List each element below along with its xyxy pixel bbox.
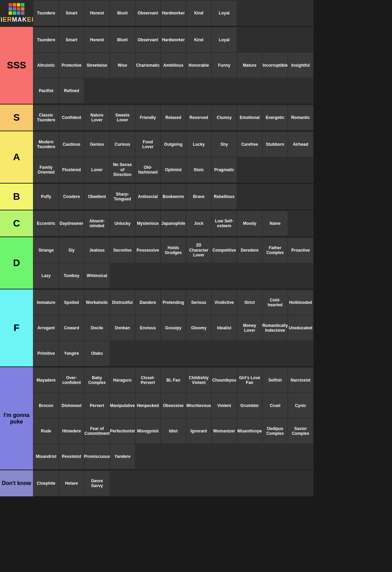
trait-cell[interactable]: Family Oriented (34, 157, 58, 182)
trait-cell[interactable]: Cruel (263, 393, 287, 418)
trait-cell[interactable]: Haraguro (110, 368, 135, 393)
trait-cell[interactable]: Stoic (186, 157, 211, 182)
trait-cell[interactable]: Puffy (34, 184, 58, 209)
trait-cell[interactable]: Energetic (263, 105, 287, 130)
trait-cell[interactable]: Idiot (161, 419, 186, 443)
trait-cell[interactable]: Ambitious (161, 53, 186, 78)
trait-cell[interactable]: Loner (85, 157, 109, 182)
trait-cell[interactable]: Obedient (85, 184, 109, 209)
trait-cell[interactable]: Coodere (59, 184, 84, 209)
trait-cell[interactable]: Smart (59, 28, 84, 52)
trait-cell[interactable]: Mayadere (34, 368, 58, 393)
trait-cell[interactable]: Blunt (110, 28, 135, 52)
trait-cell[interactable]: Misandrist (34, 444, 58, 469)
trait-cell[interactable]: Pragmatic (212, 157, 237, 182)
trait-cell[interactable]: Bookworm (161, 184, 186, 209)
trait-cell[interactable]: Cynic (288, 393, 313, 418)
trait-cell[interactable]: Honest (85, 28, 109, 52)
trait-cell[interactable]: Mischievous (186, 393, 211, 418)
trait-cell[interactable]: Brave (186, 184, 211, 209)
trait-cell[interactable]: BL Fan (161, 368, 186, 393)
trait-cell[interactable]: Food Lover (135, 132, 160, 157)
trait-cell[interactable]: Money Lover (237, 316, 262, 340)
trait-cell[interactable]: Cold-hearted (263, 290, 287, 315)
trait-cell[interactable]: Idealist (212, 316, 237, 340)
trait-cell[interactable]: Reserved (186, 105, 211, 130)
trait-cell[interactable]: Girl's Love Fan (237, 368, 262, 393)
trait-cell[interactable]: Possessive (135, 238, 160, 263)
trait-cell[interactable]: Honorable (186, 53, 211, 78)
trait-cell[interactable]: Romantic (288, 105, 313, 130)
trait-cell[interactable]: Confident (59, 105, 84, 130)
trait-cell[interactable]: Perfectionist (110, 419, 135, 443)
trait-cell[interactable]: Coward (59, 316, 84, 340)
trait-cell[interactable]: Docile (85, 316, 109, 340)
trait-cell[interactable]: Gossipy (161, 316, 186, 340)
trait-cell[interactable]: Old-fashioned (135, 157, 160, 182)
trait-cell[interactable]: Ignorant (186, 419, 211, 443)
trait-cell[interactable]: Loyal (212, 28, 237, 52)
trait-cell[interactable]: Pervert (85, 393, 109, 418)
trait-cell[interactable]: Misanthrope (237, 419, 262, 443)
trait-cell[interactable]: Yandere (110, 444, 135, 469)
trait-cell[interactable]: Unlucky (110, 211, 135, 236)
trait-cell[interactable]: Romantically Indecisive (263, 316, 287, 340)
trait-cell[interactable]: Funny (212, 53, 237, 78)
trait-cell[interactable]: Selfish (263, 368, 287, 393)
trait-cell[interactable]: Sharp-Tongued (110, 184, 135, 209)
trait-cell[interactable]: Arrogant (34, 316, 58, 340)
trait-cell[interactable]: Fear of Commitment (85, 419, 109, 443)
trait-cell[interactable]: Womanizer (212, 419, 237, 443)
trait-cell[interactable]: Absent-minded (85, 211, 109, 236)
trait-cell[interactable]: Workaholic (85, 290, 109, 315)
trait-cell[interactable]: 2D Character Lover (186, 238, 211, 263)
trait-cell[interactable]: Clumsy (212, 105, 237, 130)
trait-cell[interactable]: Hetare (59, 471, 84, 496)
trait-cell[interactable]: Grumbler (237, 393, 262, 418)
trait-cell[interactable]: Distrustful (110, 290, 135, 315)
trait-cell[interactable]: Stubborn (263, 132, 287, 157)
trait-cell[interactable]: Optimist (161, 157, 186, 182)
trait-cell[interactable]: Pretending (161, 290, 186, 315)
trait-cell[interactable]: Refined (59, 78, 84, 103)
trait-cell[interactable]: Deredere (237, 238, 262, 263)
trait-cell[interactable]: Oedipus Complex (263, 419, 287, 443)
trait-cell[interactable]: Savior Complex (288, 419, 313, 443)
trait-cell[interactable]: Father Complex (263, 238, 287, 263)
trait-cell[interactable]: Spoiled (59, 290, 84, 315)
trait-cell[interactable]: Narcissist (288, 368, 313, 393)
trait-cell[interactable]: Donkan (110, 316, 135, 340)
trait-cell[interactable]: Mysterious (135, 211, 160, 236)
trait-cell[interactable]: Competitive (212, 238, 237, 263)
trait-cell[interactable]: Sweets Lover (110, 105, 135, 130)
trait-cell[interactable]: Childishly Violent (186, 368, 211, 393)
trait-cell[interactable]: Insightful (288, 53, 313, 78)
trait-cell[interactable]: Genre Savvy (85, 471, 109, 496)
trait-cell[interactable]: Modern Tsundere (34, 132, 58, 157)
trait-cell[interactable]: Mature (237, 53, 262, 78)
trait-cell[interactable]: Otaku (85, 341, 109, 366)
trait-cell[interactable]: Misogynist (135, 419, 160, 443)
trait-cell[interactable]: Holds Grudges (161, 238, 186, 263)
trait-cell[interactable]: Incorruptible (263, 53, 287, 78)
trait-cell[interactable]: Rebellious (212, 184, 237, 209)
trait-cell[interactable]: Manipulative (110, 393, 135, 418)
trait-cell[interactable]: Secretive (110, 238, 135, 263)
trait-cell[interactable]: Tsundere (34, 28, 58, 52)
trait-cell[interactable]: Streetwise (85, 53, 109, 78)
trait-cell[interactable]: Jealous (85, 238, 109, 263)
trait-cell[interactable]: Over-confident (59, 368, 84, 393)
trait-cell[interactable]: Japanophile (161, 211, 186, 236)
trait-cell[interactable]: Obsessive (161, 393, 186, 418)
trait-cell[interactable]: Jock (186, 211, 211, 236)
trait-cell[interactable]: Closet-Pervert (135, 368, 160, 393)
trait-cell[interactable]: Genius (85, 132, 109, 157)
trait-cell[interactable]: Friendly (135, 105, 160, 130)
trait-cell[interactable]: Brocon (34, 393, 58, 418)
trait-cell[interactable]: Classic Tsundere (34, 105, 58, 130)
trait-cell[interactable]: Emotional (237, 105, 262, 130)
trait-cell[interactable]: Dandere (135, 290, 160, 315)
trait-cell[interactable]: Shy (212, 132, 237, 157)
trait-cell[interactable]: Baby Complex (85, 368, 109, 393)
trait-cell[interactable]: Uneducated (288, 316, 313, 340)
